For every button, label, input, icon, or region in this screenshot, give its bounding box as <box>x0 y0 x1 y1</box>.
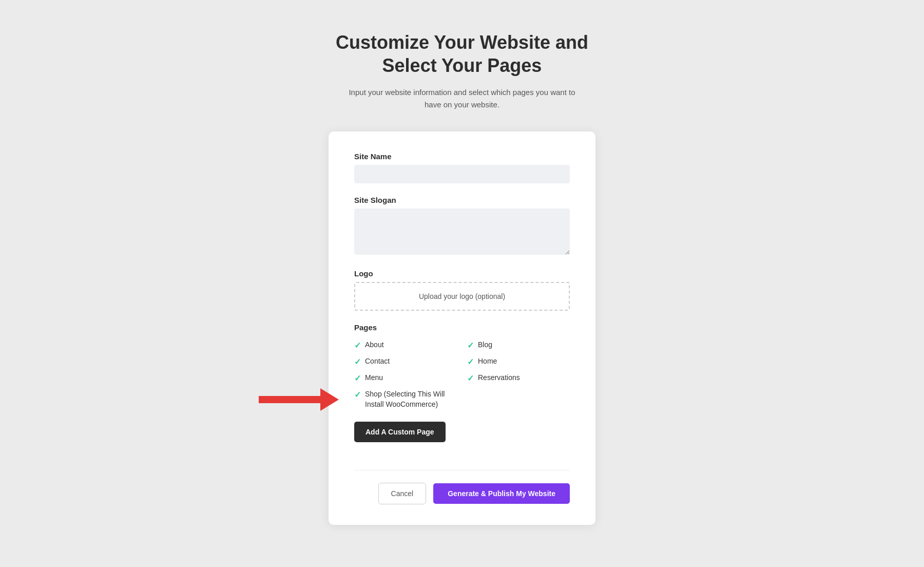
page-item-contact[interactable]: ✓ Contact <box>354 356 457 367</box>
site-slogan-label: Site Slogan <box>354 196 570 204</box>
page-item-shop[interactable]: ✓ Shop (Selecting This Will Install WooC… <box>354 389 457 409</box>
pages-label: Pages <box>354 323 570 332</box>
check-icon-home: ✓ <box>467 357 474 367</box>
page-label-home: Home <box>478 356 497 367</box>
page-label-menu: Menu <box>365 373 383 383</box>
check-icon-about: ✓ <box>354 341 361 350</box>
site-slogan-field: Site Slogan <box>354 196 570 257</box>
site-slogan-input[interactable] <box>354 209 570 255</box>
generate-publish-button[interactable]: Generate & Publish My Website <box>433 483 570 504</box>
pages-section: Pages ✓ About ✓ Blog ✓ Contact ✓ Home <box>354 323 570 409</box>
check-icon-reservations: ✓ <box>467 373 474 383</box>
form-actions: Cancel Generate & Publish My Website <box>354 483 570 504</box>
page-item-home[interactable]: ✓ Home <box>467 356 570 367</box>
page-label-shop: Shop (Selecting This Will Install WooCom… <box>365 389 457 409</box>
page-item-menu[interactable]: ✓ Menu <box>354 373 457 383</box>
arrow-indicator <box>257 388 339 411</box>
check-icon-contact: ✓ <box>354 357 361 367</box>
arrow-tail <box>259 396 320 403</box>
page-item-about[interactable]: ✓ About <box>354 340 457 350</box>
site-name-field: Site Name <box>354 152 570 183</box>
add-custom-page-button[interactable]: Add A Custom Page <box>354 422 446 442</box>
page-label-contact: Contact <box>365 356 390 367</box>
logo-field: Logo Upload your logo (optional) <box>354 269 570 311</box>
page-label-reservations: Reservations <box>478 373 520 383</box>
check-icon-menu: ✓ <box>354 373 361 383</box>
grid-spacer <box>467 389 570 409</box>
page-item-blog[interactable]: ✓ Blog <box>467 340 570 350</box>
form-divider <box>354 470 570 470</box>
page-item-reservations[interactable]: ✓ Reservations <box>467 373 570 383</box>
site-name-input[interactable] <box>354 165 570 183</box>
check-icon-shop: ✓ <box>354 390 361 400</box>
check-icon-blog: ✓ <box>467 341 474 350</box>
page-subtitle: Input your website information and selec… <box>344 86 580 111</box>
cancel-button[interactable]: Cancel <box>378 483 427 504</box>
page-label-about: About <box>365 340 384 350</box>
site-name-label: Site Name <box>354 152 570 161</box>
pages-grid: ✓ About ✓ Blog ✓ Contact ✓ Home ✓ Menu <box>354 340 570 409</box>
arrow-head <box>320 388 339 411</box>
logo-label: Logo <box>354 269 570 278</box>
logo-upload-area[interactable]: Upload your logo (optional) <box>354 282 570 311</box>
page-label-blog: Blog <box>478 340 492 350</box>
page-header: Customize Your Website and Select Your P… <box>336 31 588 111</box>
form-card: Site Name Site Slogan Logo Upload your l… <box>329 131 595 525</box>
page-title: Customize Your Website and Select Your P… <box>336 31 588 77</box>
